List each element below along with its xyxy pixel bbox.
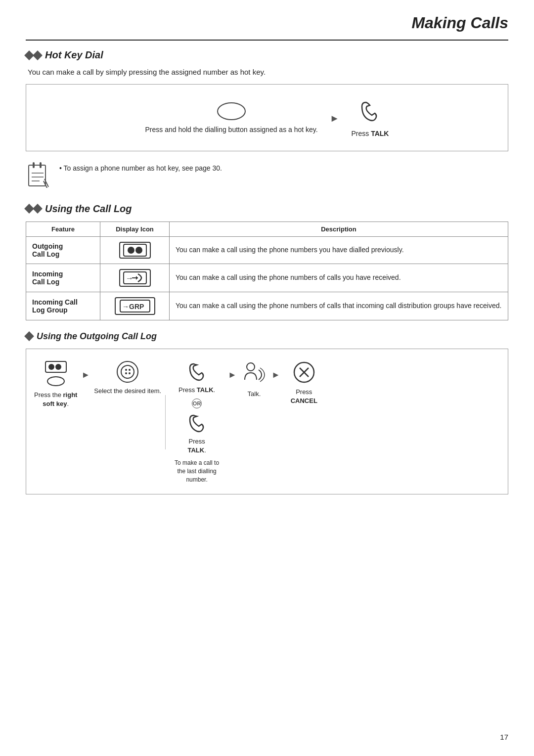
talk-figure-icon (241, 361, 267, 386)
outgoing-small-icon (45, 361, 67, 375)
outgoing-icon-svg (123, 244, 147, 257)
flow-step-2-group: Select the desired item. (94, 361, 161, 396)
incoming-icon-svg: → (123, 271, 147, 284)
talk-group (186, 361, 207, 382)
dot (129, 369, 131, 371)
single-diamond-icon (24, 331, 34, 341)
call-log-table: Feature Display Icon Description Outgoin… (26, 222, 508, 320)
top-rule (26, 40, 508, 41)
incoming-label: IncomingCall Log (32, 270, 63, 286)
note-text: • To assign a phone number as hot key, s… (59, 161, 222, 174)
svg-point-19 (55, 364, 61, 370)
dial-circle-inner (121, 365, 134, 379)
talk-bold-3: TALK (187, 446, 204, 454)
icon-outgoing (100, 236, 170, 264)
vertical-divider (165, 395, 166, 449)
flow-step-cancel: PressCANCEL (284, 361, 324, 405)
table-row: Incoming CallLog Group →GRP You can make… (26, 292, 508, 320)
speaker-dots (125, 369, 131, 374)
step1-text: Press and hold the dialling button assig… (145, 125, 318, 135)
table-header-feature: Feature (26, 222, 100, 236)
last-dial-note: To make a call to the last dialling numb… (170, 459, 224, 484)
svg-point-9 (128, 247, 134, 254)
diamond-icon-2 (26, 205, 41, 212)
or-badge: OR (192, 399, 202, 408)
flow-step-talk: Talk. (241, 361, 267, 399)
svg-point-20 (47, 377, 64, 386)
table-row: IncomingCall Log → (26, 264, 508, 292)
hot-key-dial-body: You can make a call by simply pressing t… (28, 68, 508, 76)
flow-arrow-2: ► (81, 361, 90, 380)
note-box: • To assign a phone number as hot key, s… (26, 161, 508, 192)
flow-arrow-1: ► (330, 113, 340, 124)
icon-grp: →GRP (100, 292, 170, 320)
desc-outgoing: You can make a call using the phone numb… (170, 236, 508, 264)
step2-flow-text: Select the desired item. (94, 387, 161, 396)
hot-key-dial-box: Press and hold the dialling button assig… (26, 84, 508, 151)
svg-rect-2 (40, 162, 42, 168)
step-talk-button: Press TALK (352, 98, 389, 139)
dot-row-2 (125, 372, 131, 374)
feature-outgoing: OutgoingCall Log (26, 236, 100, 264)
talk-icon (357, 98, 383, 124)
flow-arrow-3: ► (228, 361, 237, 380)
svg-rect-0 (29, 165, 45, 186)
hot-key-step-group: Press and hold the dialling button assig… (145, 98, 389, 139)
talk-step-text: Talk. (248, 390, 261, 399)
desc-grp: You can make a call using the phone numb… (170, 292, 508, 320)
diamond-shape-4 (33, 204, 43, 214)
dial-button-icon (217, 102, 246, 120)
flow-substeps: Press TALK. OR PressTALK. To make a call… (170, 361, 224, 484)
diamond-shape-2 (33, 50, 43, 60)
incoming-grp-label: Incoming CallLog Group (32, 298, 78, 314)
outgoing-label: OutgoingCall Log (32, 242, 63, 258)
talk-phone-icon-2 (186, 412, 207, 433)
outgoing-section-label: Using the Outgoing Call Log (37, 331, 157, 342)
desc-incoming: You can make a call using the phone numb… (170, 264, 508, 292)
flow-step-1: Press the rightsoft key. (34, 361, 77, 408)
cancel-text: PressCANCEL (291, 388, 317, 405)
svg-point-10 (135, 247, 142, 254)
feature-incoming: IncomingCall Log (26, 264, 100, 292)
hot-key-dial-label: Hot Key Dial (45, 49, 103, 61)
grp-icon-svg: →GRP (120, 300, 150, 312)
talk-button-wrapper (357, 98, 383, 124)
step-dial-button: Press and hold the dialling button assig… (145, 102, 318, 135)
svg-text:→GRP: →GRP (122, 303, 144, 311)
note-icon (26, 161, 50, 192)
soft-key-icon (45, 361, 67, 387)
talk-bold-2: TALK (197, 386, 214, 394)
dot-row-1 (125, 369, 131, 371)
press-talk-text: Press TALK. (178, 386, 215, 395)
hot-key-dial-heading: Hot Key Dial (26, 49, 508, 61)
cancel-bold: CANCEL (291, 397, 317, 404)
table-header-desc: Description (170, 222, 508, 236)
diamond-icon (26, 52, 41, 59)
feature-incoming-grp: Incoming CallLog Group (26, 292, 100, 320)
talk-phone-icon (186, 361, 207, 382)
grp-display-icon: →GRP (115, 297, 155, 315)
using-call-log-heading: Using the Call Log (26, 203, 508, 215)
step2-text: Press TALK (352, 129, 389, 139)
table-row: OutgoingCall Log You can make a call usi… (26, 236, 508, 264)
outgoing-section-heading: Using the Outgoing Call Log (26, 331, 508, 342)
svg-rect-8 (124, 244, 146, 256)
table-header-icon: Display Icon (100, 222, 170, 236)
talk-bold: TALK (371, 130, 389, 137)
phone-oval-icon (46, 376, 65, 387)
using-call-log-label: Using the Call Log (45, 203, 132, 215)
incoming-display-icon: → (119, 269, 151, 287)
svg-point-18 (48, 364, 54, 370)
page-number: 17 (500, 733, 508, 741)
step1-flow-text: Press the rightsoft key. (34, 391, 77, 408)
svg-point-21 (247, 363, 255, 371)
dot (125, 372, 127, 374)
outgoing-display-icon (119, 242, 151, 259)
svg-rect-1 (33, 162, 35, 168)
right-bold: rightsoft key (43, 391, 77, 407)
dot (129, 372, 131, 374)
dot (125, 369, 127, 371)
flow-arrow-4: ► (271, 361, 280, 380)
cancel-icon (293, 361, 315, 384)
svg-marker-14 (136, 276, 138, 280)
